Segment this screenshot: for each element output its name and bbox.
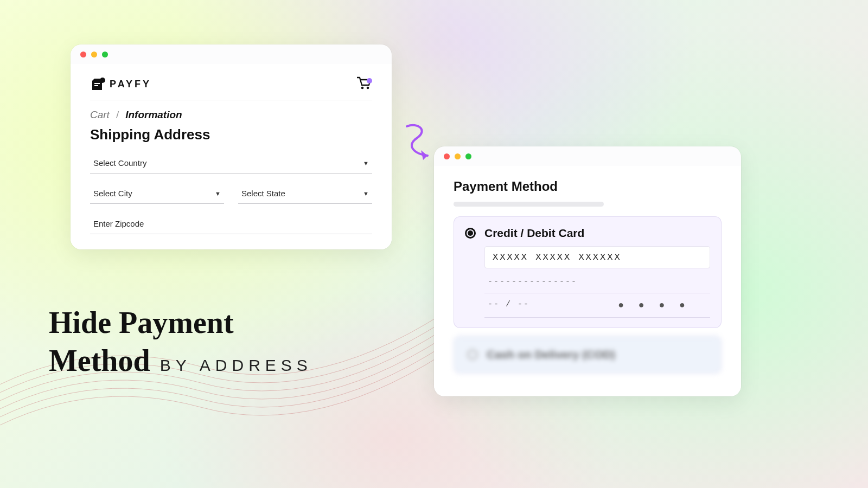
headline-sub: BY ADDRESS	[160, 356, 312, 375]
card-name-input[interactable]: ---------------	[484, 271, 710, 293]
state-select[interactable]: Select State ▼	[238, 183, 372, 204]
payment-option-card[interactable]: Credit / Debit Card XXXXX XXXXX XXXXXX -…	[454, 216, 722, 328]
svg-point-4	[367, 87, 369, 89]
payment-option-cod: Cash on Delivery (COD)	[454, 336, 722, 374]
card-option-label: Credit / Debit Card	[484, 227, 584, 240]
card-cvv-input[interactable]: ● ● ● ●	[597, 293, 710, 318]
headline: Hide Payment Method BY ADDRESS	[49, 304, 312, 380]
country-select[interactable]: Select Country ▼	[90, 153, 372, 174]
close-icon[interactable]	[444, 153, 450, 159]
svg-point-3	[361, 87, 364, 89]
cod-option-label: Cash on Delivery (COD)	[487, 348, 615, 361]
shipping-title: Shipping Address	[90, 126, 372, 143]
payment-window: Payment Method Credit / Debit Card XXXXX…	[434, 146, 741, 396]
chevron-down-icon: ▼	[363, 160, 369, 166]
zipcode-input[interactable]: Enter Zipcode	[90, 214, 372, 234]
maximize-icon[interactable]	[102, 52, 108, 57]
progress-bar	[454, 202, 604, 207]
brand-logo: PAYFY	[90, 77, 151, 91]
svg-rect-2	[94, 85, 98, 86]
radio-selected-icon[interactable]	[465, 228, 476, 239]
country-label: Select Country	[93, 158, 146, 168]
chevron-down-icon: ▼	[215, 190, 221, 197]
radio-unselected-icon	[467, 349, 478, 360]
brand-name: PAYFY	[110, 79, 151, 90]
card-number-input[interactable]: XXXXX XXXXX XXXXXX	[484, 246, 710, 268]
zipcode-placeholder: Enter Zipcode	[93, 219, 144, 228]
minimize-icon[interactable]	[455, 153, 461, 159]
svg-point-0	[100, 78, 105, 83]
city-select[interactable]: Select City ▼	[90, 183, 224, 204]
state-label: Select State	[241, 189, 285, 198]
window-chrome	[71, 44, 392, 64]
minimize-icon[interactable]	[91, 52, 97, 57]
breadcrumb: Cart / Information	[90, 109, 372, 121]
headline-line1: Hide Payment	[49, 304, 312, 342]
cart-icon[interactable]	[356, 76, 372, 92]
maximize-icon[interactable]	[465, 153, 471, 159]
shipping-window: PAYFY Cart / Information Shipping Addres…	[71, 44, 392, 249]
payment-title: Payment Method	[454, 179, 722, 194]
payfy-logo-icon	[90, 77, 106, 91]
breadcrumb-cart[interactable]: Cart	[90, 109, 110, 121]
svg-rect-1	[94, 83, 100, 84]
headline-line2a: Method	[49, 342, 150, 380]
card-expiry-input[interactable]: -- / --	[484, 293, 597, 318]
close-icon[interactable]	[80, 52, 86, 57]
breadcrumb-current: Information	[125, 109, 182, 121]
breadcrumb-separator: /	[116, 109, 119, 121]
window-chrome	[434, 146, 741, 166]
city-label: Select City	[93, 189, 132, 198]
chevron-down-icon: ▼	[363, 190, 369, 197]
svg-point-5	[367, 78, 372, 84]
